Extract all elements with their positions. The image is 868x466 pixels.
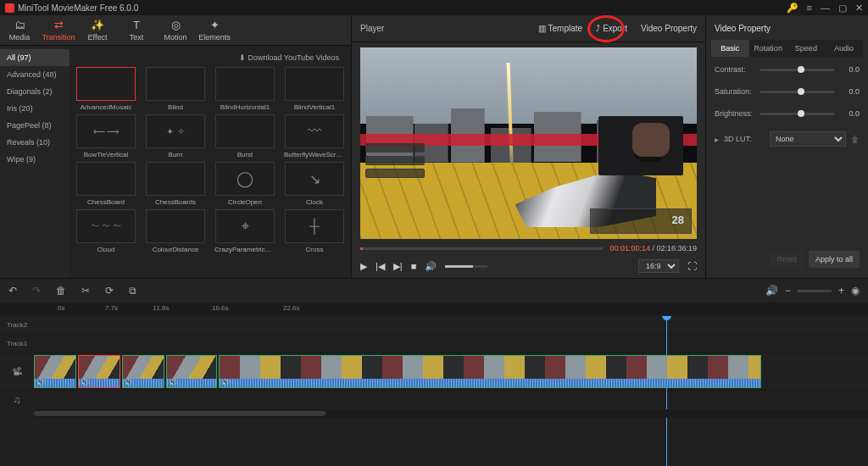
prop-label: Saturation: xyxy=(715,87,755,96)
prop-slider[interactable] xyxy=(760,113,834,115)
minimize-icon[interactable]: — xyxy=(821,3,830,13)
category-item[interactable]: Wipe (9) xyxy=(0,151,70,168)
stop-button[interactable]: ■ xyxy=(411,261,417,271)
transition-item[interactable]: BlindVertical1 xyxy=(281,67,348,111)
next-frame-button[interactable]: ▶| xyxy=(393,261,403,272)
audio-track-icon[interactable]: ♫ xyxy=(0,391,34,409)
fullscreen-button[interactable]: ⛶ xyxy=(687,261,697,271)
category-item[interactable]: PagePeel (8) xyxy=(0,117,70,134)
transition-item[interactable]: Cloud xyxy=(73,209,139,253)
prop-value: 0.0 xyxy=(839,109,860,118)
apply-all-button[interactable]: Apply to all xyxy=(809,251,860,268)
transition-name: BlindVertical1 xyxy=(294,103,335,111)
timeline-clip[interactable]: 🔊 xyxy=(219,355,761,388)
fit-button[interactable]: ◉ xyxy=(851,285,860,297)
transition-item[interactable]: Cross xyxy=(281,209,348,253)
volume-icon[interactable]: 🔊 xyxy=(425,261,437,272)
download-youtube-link[interactable]: Download YouTube Videos xyxy=(73,51,348,67)
video-track-icon[interactable]: 📽 xyxy=(0,353,34,390)
mute-track-icon[interactable]: 🔊 xyxy=(765,285,778,297)
volume-slider[interactable] xyxy=(445,265,487,268)
media-icon: 🗂 xyxy=(14,19,25,31)
category-item[interactable]: Iris (20) xyxy=(0,100,70,117)
transition-item[interactable]: ColourDistance xyxy=(142,209,209,253)
transition-item[interactable]: CircleOpen xyxy=(212,162,278,206)
tab-elements[interactable]: ✦Elements xyxy=(195,15,234,45)
transition-item[interactable]: BlindHorizontal1 xyxy=(212,67,278,111)
menu-icon[interactable]: ≡ xyxy=(807,3,812,13)
tab-text[interactable]: TText xyxy=(117,15,156,45)
split-button[interactable]: ✂ xyxy=(81,285,90,297)
transition-item[interactable]: ChessBoard xyxy=(73,162,139,206)
crop-button[interactable]: ⧉ xyxy=(129,285,136,297)
zoom-out-button[interactable]: − xyxy=(785,285,791,297)
transition-item[interactable]: Burst xyxy=(212,114,278,158)
transition-item[interactable]: Burn xyxy=(142,114,209,158)
playhead[interactable] xyxy=(666,316,667,466)
category-item[interactable]: Advanced (48) xyxy=(0,66,70,83)
close-icon[interactable]: ✕ xyxy=(855,3,863,14)
track-label: Track2 xyxy=(0,321,34,329)
transition-name: CircleOpen xyxy=(228,198,262,206)
app-title: MiniTool MovieMaker Free 6.0.0 xyxy=(18,3,138,13)
chevron-right-icon[interactable]: ▸ xyxy=(715,135,719,144)
transition-name: Clock xyxy=(306,198,323,206)
export-button[interactable]: ⤴ Export xyxy=(596,24,627,33)
transition-thumbnail xyxy=(146,67,205,101)
delete-lut-icon[interactable]: 🗑 xyxy=(851,135,860,144)
transition-thumbnail xyxy=(285,162,344,196)
transition-item[interactable]: CrazyParametricFun xyxy=(212,209,278,253)
ruler-tick: 11.8s xyxy=(153,304,170,312)
video-property-button[interactable]: Video Property xyxy=(641,24,697,33)
transition-name: ButterflyWaveScrawler xyxy=(284,151,345,158)
player-label: Player xyxy=(360,24,384,33)
prop-slider[interactable] xyxy=(760,91,834,93)
props-tab-rotation[interactable]: Rotation xyxy=(749,40,787,57)
ruler-tick: 7.7s xyxy=(105,304,118,312)
transition-item[interactable]: BowTieVertical xyxy=(73,114,139,158)
zoom-slider[interactable] xyxy=(798,290,832,292)
play-button[interactable]: ▶ xyxy=(360,261,367,272)
props-tab-speed[interactable]: Speed xyxy=(787,40,826,57)
transition-item[interactable]: ButterflyWaveScrawler xyxy=(281,114,348,158)
transition-item[interactable]: ChessBoards xyxy=(142,162,209,206)
transition-item[interactable]: AdvancedMosaic xyxy=(73,67,139,111)
timeline-clip[interactable]: 🔊 xyxy=(34,355,76,388)
speaker-icon: 🔊 xyxy=(81,379,89,386)
timeline-clip[interactable]: 🔊 xyxy=(166,355,217,388)
undo-button[interactable]: ↶ xyxy=(8,285,17,297)
key-icon[interactable]: 🔑 xyxy=(787,3,798,14)
transition-thumbnail xyxy=(285,67,344,101)
effect-icon: ✨ xyxy=(91,19,104,31)
aspect-select[interactable]: 16:9 xyxy=(638,259,679,273)
video-preview[interactable] xyxy=(360,47,697,239)
props-tab-audio[interactable]: Audio xyxy=(825,40,863,57)
delete-button[interactable]: 🗑 xyxy=(56,285,66,297)
horizontal-scrollbar[interactable] xyxy=(34,409,868,418)
seek-bar[interactable]: 00:01:00:14 / 02:16:36:19 xyxy=(360,244,697,252)
speed-button[interactable]: ⟳ xyxy=(105,285,114,297)
time-ruler[interactable]: 0s7.7s11.8s16.6s22.6s xyxy=(0,302,868,316)
props-tab-basic[interactable]: Basic xyxy=(711,40,749,57)
tab-transition[interactable]: ⇄Transition xyxy=(39,15,78,45)
template-button[interactable]: ▥ Template xyxy=(538,24,583,33)
redo-button[interactable]: ↷ xyxy=(32,285,41,297)
zoom-in-button[interactable]: + xyxy=(838,285,844,297)
prev-frame-button[interactable]: |◀ xyxy=(376,261,385,272)
lut-label: 3D LUT: xyxy=(724,135,765,143)
timeline-clip[interactable]: 🔊 xyxy=(78,355,120,388)
track-label: Track1 xyxy=(0,340,34,347)
lut-select[interactable]: None xyxy=(770,131,846,147)
transition-item[interactable]: Clock xyxy=(281,162,348,206)
category-item[interactable]: All (97) xyxy=(0,49,70,66)
tab-effect[interactable]: ✨Effect xyxy=(78,15,117,45)
timeline-clip[interactable]: 🔊 xyxy=(122,355,164,388)
category-item[interactable]: Diagonals (2) xyxy=(0,83,70,100)
tab-media[interactable]: 🗂Media xyxy=(0,15,39,45)
tab-motion[interactable]: ◎Motion xyxy=(156,15,195,45)
prop-slider[interactable] xyxy=(760,69,834,71)
transition-item[interactable]: Blind xyxy=(142,67,209,111)
maximize-icon[interactable]: ▢ xyxy=(838,3,847,14)
category-item[interactable]: Reveals (10) xyxy=(0,134,70,151)
reset-button[interactable]: Reset xyxy=(770,251,804,268)
